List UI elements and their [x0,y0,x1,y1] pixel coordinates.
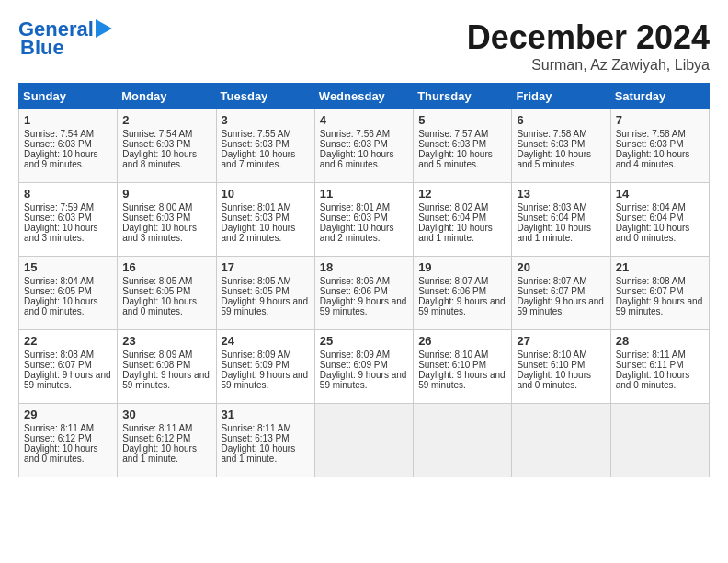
calendar-cell: 21Sunrise: 8:08 AMSunset: 6:07 PMDayligh… [610,257,709,330]
day-info: Sunset: 6:03 PM [24,139,112,149]
day-info: Sunset: 6:12 PM [122,433,210,443]
calendar-cell: 19Sunrise: 8:07 AMSunset: 6:06 PMDayligh… [414,257,512,330]
day-info: Daylight: 9 hours and 59 minutes. [418,370,506,390]
day-info: Sunset: 6:07 PM [517,286,605,296]
logo: General Blue [18,18,116,59]
day-info: Sunrise: 8:11 AM [222,423,310,433]
day-info: Sunset: 6:03 PM [616,139,704,149]
day-info: Sunrise: 8:00 AM [122,202,210,213]
day-info: Sunrise: 7:57 AM [418,129,506,139]
day-info: Sunset: 6:10 PM [517,360,605,370]
day-number: 17 [222,260,310,274]
calendar-cell: 7Sunrise: 7:58 AMSunset: 6:03 PMDaylight… [610,109,709,183]
day-info: Sunrise: 8:05 AM [122,276,210,286]
calendar-cell: 12Sunrise: 8:02 AMSunset: 6:04 PMDayligh… [414,183,512,257]
header-cell-friday: Friday [512,84,610,109]
calendar-cell: 9Sunrise: 8:00 AMSunset: 6:03 PMDaylight… [118,183,216,257]
day-info: Sunset: 6:03 PM [320,213,408,223]
day-info: Sunrise: 8:01 AM [320,202,408,213]
calendar-cell: 24Sunrise: 8:09 AMSunset: 6:09 PMDayligh… [216,330,314,404]
day-number: 18 [320,260,408,274]
day-info: Sunset: 6:05 PM [122,286,210,296]
day-info: Daylight: 10 hours and 8 minutes. [122,149,210,169]
day-info: Daylight: 9 hours and 59 minutes. [320,370,408,390]
calendar-cell: 20Sunrise: 8:07 AMSunset: 6:07 PMDayligh… [512,257,610,330]
day-info: Sunrise: 8:05 AM [222,276,310,286]
header-cell-monday: Monday [118,84,216,109]
logo-arrow-icon [96,19,116,38]
calendar-cell: 2Sunrise: 7:54 AMSunset: 6:03 PMDaylight… [118,109,216,183]
day-number: 4 [320,113,408,127]
day-info: Sunset: 6:06 PM [320,286,408,296]
day-number: 26 [418,334,506,348]
day-info: Sunset: 6:12 PM [24,433,112,443]
week-row-5: 29Sunrise: 8:11 AMSunset: 6:12 PMDayligh… [19,404,710,477]
day-info: Sunset: 6:05 PM [222,286,310,296]
day-info: Sunrise: 8:04 AM [24,276,112,286]
header: General Blue December 2024 Surman, Az Za… [18,18,710,74]
day-number: 1 [24,113,112,127]
day-number: 28 [616,334,704,348]
day-info: Daylight: 10 hours and 9 minutes. [24,149,112,169]
header-cell-saturday: Saturday [610,84,709,109]
calendar-cell: 17Sunrise: 8:05 AMSunset: 6:05 PMDayligh… [216,257,314,330]
day-info: Sunset: 6:06 PM [418,286,506,296]
day-info: Sunrise: 8:08 AM [616,276,704,286]
calendar-cell: 18Sunrise: 8:06 AMSunset: 6:06 PMDayligh… [314,257,413,330]
week-row-1: 1Sunrise: 7:54 AMSunset: 6:03 PMDaylight… [19,109,710,183]
day-info: Daylight: 9 hours and 59 minutes. [122,370,210,390]
header-cell-tuesday: Tuesday [216,84,314,109]
calendar-cell [512,404,610,477]
day-number: 14 [616,187,704,201]
calendar-cell: 4Sunrise: 7:56 AMSunset: 6:03 PMDaylight… [314,109,413,183]
day-info: Sunset: 6:08 PM [122,360,210,370]
day-info: Sunrise: 8:09 AM [320,350,408,360]
day-number: 19 [418,260,506,274]
day-info: Sunrise: 7:54 AM [122,129,210,139]
day-info: Daylight: 10 hours and 1 minute. [418,223,506,243]
day-info: Sunrise: 8:03 AM [517,202,605,213]
calendar-cell: 11Sunrise: 8:01 AMSunset: 6:03 PMDayligh… [314,183,413,257]
calendar-cell: 31Sunrise: 8:11 AMSunset: 6:13 PMDayligh… [216,404,314,477]
day-info: Sunrise: 8:01 AM [222,202,310,213]
day-number: 13 [517,187,605,201]
day-info: Sunrise: 8:06 AM [320,276,408,286]
day-info: Daylight: 10 hours and 0 minutes. [616,370,704,390]
week-row-3: 15Sunrise: 8:04 AMSunset: 6:05 PMDayligh… [19,257,710,330]
calendar-cell: 6Sunrise: 7:58 AMSunset: 6:03 PMDaylight… [512,109,610,183]
day-number: 6 [517,113,605,127]
day-info: Daylight: 9 hours and 59 minutes. [320,296,408,316]
header-cell-sunday: Sunday [19,84,118,109]
day-info: Sunset: 6:07 PM [616,286,704,296]
day-info: Sunrise: 8:07 AM [517,276,605,286]
calendar-cell [610,404,709,477]
day-info: Daylight: 10 hours and 0 minutes. [24,443,112,464]
day-info: Daylight: 10 hours and 2 minutes. [222,223,310,243]
day-info: Sunset: 6:07 PM [24,360,112,370]
header-row: SundayMondayTuesdayWednesdayThursdayFrid… [19,84,710,109]
day-info: Sunrise: 8:02 AM [418,202,506,213]
calendar-cell: 29Sunrise: 8:11 AMSunset: 6:12 PMDayligh… [19,404,118,477]
calendar-header: SundayMondayTuesdayWednesdayThursdayFrid… [19,84,710,109]
day-number: 16 [122,260,210,274]
day-number: 29 [24,408,112,421]
day-info: Daylight: 10 hours and 6 minutes. [320,149,408,169]
day-number: 31 [222,408,310,421]
day-number: 10 [222,187,310,201]
day-number: 24 [222,334,310,348]
week-row-2: 8Sunrise: 7:59 AMSunset: 6:03 PMDaylight… [19,183,710,257]
day-info: Sunrise: 8:07 AM [418,276,506,286]
day-info: Sunrise: 8:09 AM [222,350,310,360]
day-info: Sunset: 6:03 PM [320,139,408,149]
day-info: Sunset: 6:04 PM [418,213,506,223]
day-info: Sunrise: 7:59 AM [24,202,112,213]
day-number: 5 [418,113,506,127]
day-info: Daylight: 10 hours and 5 minutes. [517,149,605,169]
day-info: Daylight: 10 hours and 2 minutes. [320,223,408,243]
calendar-cell: 15Sunrise: 8:04 AMSunset: 6:05 PMDayligh… [19,257,118,330]
day-number: 7 [616,113,704,127]
day-info: Sunrise: 7:58 AM [517,129,605,139]
day-info: Sunset: 6:04 PM [517,213,605,223]
title-area: December 2024 Surman, Az Zawiyah, Libya [467,18,710,74]
day-info: Sunrise: 7:58 AM [616,129,704,139]
